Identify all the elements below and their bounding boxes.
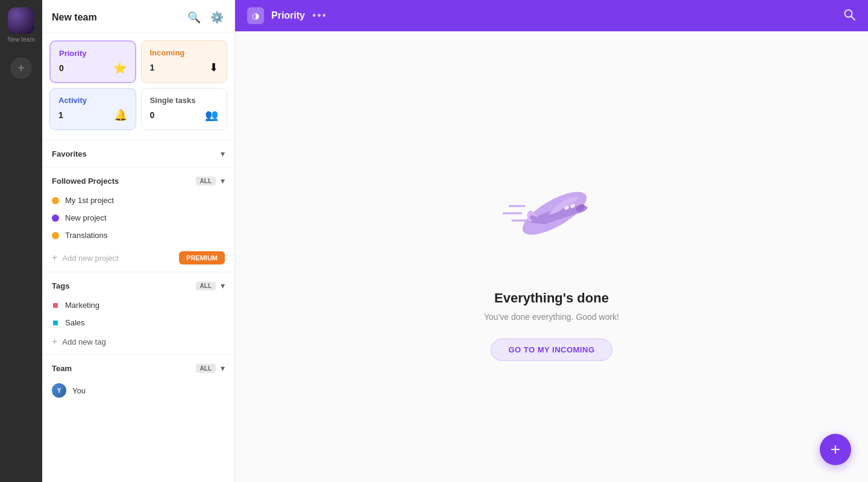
priority-star-icon: ⭐ bbox=[113, 61, 127, 75]
incoming-card-label: Incoming bbox=[150, 48, 219, 57]
settings-button[interactable]: ⚙️ bbox=[209, 10, 225, 25]
favorites-section-header[interactable]: Favorites ▾ bbox=[42, 143, 234, 164]
incoming-card[interactable]: Incoming 1 ⬇ bbox=[141, 40, 228, 83]
team-member-you-name: You bbox=[72, 386, 86, 395]
team-avatar bbox=[8, 7, 34, 34]
team-label: Team bbox=[52, 364, 72, 373]
add-project-row: + Add new project PREMIUM bbox=[42, 246, 234, 269]
search-button[interactable]: 🔍 bbox=[186, 10, 202, 25]
add-tag-text: Add new tag bbox=[62, 337, 105, 346]
activity-card-label: Activity bbox=[58, 96, 127, 105]
tags-chevron-icon: ▾ bbox=[221, 281, 225, 290]
sidebar-header: New team 🔍 ⚙️ bbox=[42, 0, 234, 33]
team-section-header[interactable]: Team ALL ▾ bbox=[42, 357, 234, 379]
cards-grid: Priority 0 ⭐ Incoming 1 ⬇ Activity 1 🔔 S… bbox=[42, 33, 234, 137]
left-rail: New team + bbox=[0, 0, 42, 482]
incoming-arrow-icon: ⬇ bbox=[209, 61, 218, 74]
followed-projects-label: Followed Projects bbox=[52, 177, 119, 186]
tags-all-badge[interactable]: ALL bbox=[196, 281, 216, 290]
single-tasks-card-label: Single tasks bbox=[150, 96, 219, 105]
team-chevron-icon: ▾ bbox=[221, 363, 225, 373]
followed-projects-header[interactable]: Followed Projects ALL ▾ bbox=[42, 170, 234, 192]
single-tasks-card[interactable]: Single tasks 0 👥 bbox=[141, 88, 228, 130]
single-tasks-card-count: 0 bbox=[150, 110, 155, 120]
divider-4 bbox=[42, 354, 234, 355]
illustration-wrapper bbox=[491, 153, 612, 276]
team-all-badge[interactable]: ALL bbox=[196, 364, 216, 373]
favorites-label: Favorites bbox=[52, 149, 87, 158]
project-dot-new bbox=[52, 214, 59, 222]
project-item-translations[interactable]: Translations bbox=[49, 227, 227, 244]
empty-title: Everything's done bbox=[494, 290, 609, 306]
add-tag-row[interactable]: + Add new tag bbox=[42, 331, 234, 352]
topbar-logo: ◑ bbox=[247, 7, 264, 24]
activity-card-bottom: 1 🔔 bbox=[58, 108, 127, 122]
activity-bell-icon: 🔔 bbox=[114, 108, 127, 122]
project-name-translations: Translations bbox=[65, 231, 107, 240]
single-tasks-group-icon: 👥 bbox=[205, 108, 218, 122]
tag-sales-icon bbox=[51, 318, 61, 328]
main-content: Everything's done You've done everything… bbox=[235, 31, 868, 482]
project-name-1st: My 1st project bbox=[65, 196, 114, 205]
add-tag-plus-icon: + bbox=[52, 336, 57, 347]
project-dot-1st bbox=[52, 197, 59, 204]
add-project-plus-icon: + bbox=[52, 252, 57, 263]
followed-projects-chevron-icon: ▾ bbox=[221, 176, 225, 186]
project-dot-translations bbox=[52, 232, 59, 239]
project-item-new[interactable]: New project bbox=[49, 209, 227, 227]
tag-marketing-icon bbox=[51, 300, 61, 310]
go-incoming-button[interactable]: GO TO MY INCOMING bbox=[491, 339, 612, 361]
tags-section-header[interactable]: Tags ALL ▾ bbox=[42, 275, 234, 296]
divider-1 bbox=[42, 140, 234, 140]
project-item-1st[interactable]: My 1st project bbox=[49, 192, 227, 209]
tag-item-marketing[interactable]: Marketing bbox=[42, 296, 234, 314]
divider-2 bbox=[42, 167, 234, 167]
priority-card-count: 0 bbox=[59, 63, 64, 73]
followed-projects-all-badge[interactable]: ALL bbox=[196, 177, 216, 186]
project-list: My 1st project New project Translations bbox=[42, 192, 234, 244]
tags-header-right: ALL ▾ bbox=[196, 281, 225, 290]
topbar-logo-icon: ◑ bbox=[252, 11, 259, 20]
empty-subtitle: You've done everything. Good work! bbox=[484, 312, 619, 322]
incoming-card-count: 1 bbox=[150, 63, 155, 72]
topbar-title: Priority bbox=[271, 10, 305, 21]
tag-name-marketing: Marketing bbox=[65, 301, 99, 310]
svg-line-3 bbox=[851, 16, 855, 20]
priority-card-bottom: 0 ⭐ bbox=[59, 61, 127, 75]
svg-rect-1 bbox=[53, 321, 58, 325]
sidebar-title: New team bbox=[52, 12, 97, 23]
topbar: ◑ Priority ••• bbox=[235, 0, 868, 31]
topbar-search-icon[interactable] bbox=[843, 8, 856, 24]
sidebar-header-icons: 🔍 ⚙️ bbox=[186, 10, 225, 25]
team-member-you-avatar: Y bbox=[52, 383, 66, 398]
add-team-button[interactable]: + bbox=[10, 57, 32, 79]
single-tasks-card-bottom: 0 👥 bbox=[150, 108, 219, 122]
followed-projects-header-right: ALL ▾ bbox=[196, 176, 225, 186]
tag-item-sales[interactable]: Sales bbox=[42, 314, 234, 331]
favorites-chevron-icon: ▾ bbox=[221, 149, 225, 158]
team-member-you[interactable]: Y You bbox=[42, 379, 234, 402]
main-wrapper: ◑ Priority ••• bbox=[235, 0, 868, 482]
done-illustration bbox=[491, 153, 612, 274]
plus-icon: + bbox=[17, 61, 25, 75]
priority-card[interactable]: Priority 0 ⭐ bbox=[49, 40, 136, 83]
team-header-right: ALL ▾ bbox=[196, 363, 225, 373]
activity-card-count: 1 bbox=[58, 110, 63, 120]
svg-rect-0 bbox=[53, 303, 58, 308]
incoming-card-bottom: 1 ⬇ bbox=[150, 61, 219, 74]
topbar-more-icon[interactable]: ••• bbox=[312, 10, 327, 22]
sidebar: New team 🔍 ⚙️ Priority 0 ⭐ Incoming 1 ⬇ … bbox=[42, 0, 235, 482]
project-name-new: New project bbox=[65, 213, 107, 222]
team-avatar-btn[interactable] bbox=[8, 7, 34, 34]
tag-name-sales: Sales bbox=[65, 318, 85, 327]
activity-card[interactable]: Activity 1 🔔 bbox=[49, 88, 136, 130]
rail-team-label: New team bbox=[7, 36, 34, 43]
divider-3 bbox=[42, 272, 234, 272]
add-project-text[interactable]: Add new project bbox=[62, 254, 118, 263]
premium-button[interactable]: PREMIUM bbox=[179, 251, 225, 264]
tags-label: Tags bbox=[52, 281, 69, 290]
fab-add-button[interactable]: + bbox=[820, 434, 851, 465]
priority-card-label: Priority bbox=[59, 49, 127, 58]
